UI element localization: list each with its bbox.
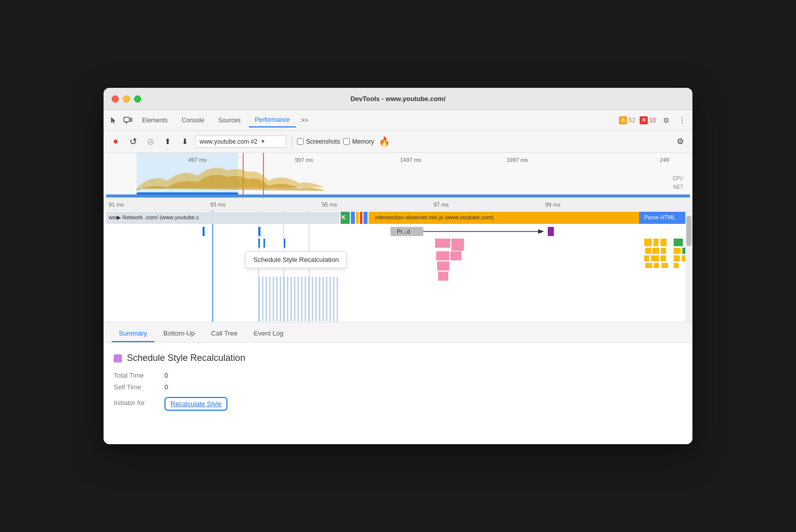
time-99: 99 ms — [545, 202, 560, 208]
traffic-lights — [112, 95, 141, 103]
screenshots-checkbox-group: Screenshots — [297, 138, 340, 145]
screenshots-label: Screenshots — [306, 138, 340, 145]
svg-rect-72 — [276, 277, 278, 321]
error-count: 10 — [649, 117, 656, 124]
svg-text:K: K — [342, 214, 346, 220]
tab-elements[interactable]: Elements — [136, 114, 174, 127]
svg-rect-49 — [450, 251, 461, 260]
svg-rect-70 — [269, 277, 271, 321]
screenshots-checkbox[interactable] — [297, 138, 304, 145]
svg-rect-44 — [653, 239, 658, 246]
devtools-window: DevTools - www.youtube.com/ Elements Con… — [104, 88, 692, 444]
initiator-box[interactable]: Recalculate Style — [164, 397, 227, 411]
time-97: 97 ms — [434, 202, 449, 208]
summary-tabs: Summary Bottom-Up Call Tree Event Log — [104, 322, 692, 343]
svg-rect-83 — [315, 277, 317, 321]
memory-checkbox-group: Memory — [343, 138, 374, 145]
svg-rect-64 — [654, 263, 659, 268]
total-time-row: Total Time 0 — [114, 372, 682, 379]
tab-performance[interactable]: Performance — [249, 113, 296, 127]
tab-bottom-up[interactable]: Bottom-Up — [156, 325, 202, 342]
flame-chart[interactable]: ww▶ Network .com/ (www.youtube.c K inter… — [104, 211, 692, 322]
flame-icon[interactable]: 🔥 — [377, 135, 391, 149]
settings-icon[interactable]: ⚙ — [660, 114, 672, 126]
cursor-icon[interactable] — [108, 114, 120, 126]
svg-rect-51 — [652, 248, 659, 254]
schedule-style-recalculation-tooltip: Schedule Style Recalculation — [246, 251, 346, 268]
chevron-down-icon: ▼ — [260, 139, 266, 144]
close-button[interactable] — [112, 95, 119, 103]
error-badge[interactable]: ✕ 10 — [640, 116, 656, 124]
svg-rect-86 — [326, 277, 327, 321]
svg-rect-53 — [668, 248, 672, 254]
svg-rect-0 — [124, 117, 129, 122]
svg-rect-33 — [258, 227, 260, 236]
svg-rect-77 — [294, 277, 295, 321]
separator — [291, 136, 292, 148]
svg-text:497 ms: 497 ms — [188, 157, 207, 163]
time-93: 93 ms — [210, 202, 225, 208]
tab-sources[interactable]: Sources — [212, 114, 247, 127]
svg-rect-60 — [674, 255, 680, 261]
svg-rect-89 — [337, 277, 338, 321]
summary-content: Schedule Style Recalculation Total Time … — [104, 343, 692, 444]
svg-text:1997 ms: 1997 ms — [507, 157, 528, 163]
svg-text:1497 ms: 1497 ms — [400, 157, 422, 163]
clear-button[interactable]: ⊘ — [143, 135, 157, 149]
tab-more[interactable]: >> — [298, 115, 311, 126]
minimize-button[interactable] — [123, 95, 130, 103]
svg-rect-26 — [360, 212, 362, 224]
memory-checkbox[interactable] — [343, 138, 350, 145]
svg-rect-40 — [284, 239, 285, 248]
svg-rect-78 — [297, 277, 299, 321]
svg-rect-42 — [451, 239, 464, 251]
gear-icon[interactable]: ⚙ — [673, 135, 687, 149]
maximize-button[interactable] — [134, 95, 141, 103]
overview-svg: 497 ms 997 ms 1497 ms 1997 ms 249 — [104, 153, 692, 198]
svg-rect-57 — [644, 255, 649, 261]
device-icon[interactable] — [122, 114, 134, 126]
svg-rect-66 — [674, 263, 679, 268]
more-icon[interactable]: ⋮ — [676, 114, 688, 126]
record-button[interactable]: ● — [109, 135, 123, 149]
svg-rect-87 — [329, 277, 331, 321]
summary-title-row: Schedule Style Recalculation — [114, 353, 682, 363]
recalculate-style-link[interactable]: Recalculate Style — [171, 400, 221, 408]
timeline-overview[interactable]: 497 ms 997 ms 1497 ms 1997 ms 249 CPU NE… — [104, 153, 692, 198]
url-selector[interactable]: www.youtube.com #2 ▼ — [195, 136, 286, 148]
warning-badge[interactable]: ⚠ 52 — [619, 116, 635, 124]
initiator-label: Initiator for — [114, 399, 164, 407]
download-button[interactable]: ⬇ — [178, 135, 192, 149]
svg-rect-84 — [319, 277, 320, 321]
tab-call-tree[interactable]: Call Tree — [204, 325, 245, 342]
reload-button[interactable]: ↺ — [126, 135, 140, 149]
scrollbar-thumb[interactable] — [686, 216, 691, 246]
schedule-style-icon — [114, 354, 122, 362]
svg-rect-48 — [436, 251, 449, 260]
upload-button[interactable]: ⬆ — [160, 135, 175, 149]
svg-text:997 ms: 997 ms — [295, 157, 314, 163]
svg-rect-79 — [301, 277, 303, 321]
svg-rect-58 — [651, 255, 659, 261]
tab-console[interactable]: Console — [176, 114, 210, 127]
tab-event-log[interactable]: Event Log — [247, 325, 291, 342]
total-time-value: 0 — [164, 372, 168, 379]
svg-rect-38 — [258, 239, 260, 248]
svg-rect-47 — [674, 239, 683, 246]
svg-rect-24 — [351, 212, 355, 224]
flame-svg: ww▶ Network .com/ (www.youtube.c K inter… — [104, 211, 692, 322]
svg-rect-56 — [437, 261, 449, 271]
svg-text:249: 249 — [660, 157, 669, 163]
svg-rect-52 — [661, 248, 666, 254]
svg-rect-39 — [263, 239, 265, 248]
tabbar-right: ⚠ 52 ✕ 10 ⚙ ⋮ — [619, 114, 688, 126]
tooltip-text: Schedule Style Recalculation — [253, 256, 339, 263]
svg-rect-82 — [312, 277, 313, 321]
tab-summary[interactable]: Summary — [112, 325, 154, 342]
svg-text:ww▶ Network .com/ (www.youtube: ww▶ Network .com/ (www.youtube.c — [108, 214, 199, 220]
svg-rect-81 — [308, 277, 310, 321]
tabbar: Elements Console Sources Performance >> … — [104, 110, 692, 130]
svg-rect-62 — [438, 272, 448, 281]
scrollbar-track[interactable] — [685, 211, 692, 322]
warning-icon: ⚠ — [619, 116, 627, 124]
